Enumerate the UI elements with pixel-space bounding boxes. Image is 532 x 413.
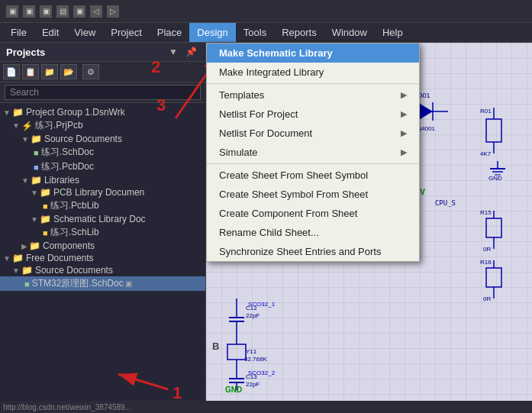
menu-help[interactable]: Help: [375, 23, 411, 42]
tree-stm32-doc[interactable]: ■ STM32原理图.SchDoc ▣: [0, 276, 205, 291]
sidebar-gear-btn[interactable]: ⚙: [82, 64, 99, 79]
menu-create-symbol-from-sheet[interactable]: Create Sheet Symbol From Sheet: [207, 185, 419, 204]
menu-make-sch-lib[interactable]: Make Schematic Library: [207, 44, 419, 63]
menu-window[interactable]: Window: [324, 23, 375, 42]
templates-label: Templates: [219, 89, 264, 101]
tree-free-source-docs[interactable]: ▼ 📁 Source Documents: [0, 264, 205, 276]
menu-design[interactable]: Design: [189, 23, 235, 42]
tree-sch-doc[interactable]: ■ 练习.SchDoc: [0, 145, 205, 160]
svg-marker-1: [418, 102, 433, 121]
folder-icon-2: 📁: [31, 134, 42, 144]
tb-icon-1[interactable]: ▣: [6, 5, 18, 18]
arrow-icon-9: ▼: [12, 266, 20, 275]
sidebar-folder-btn[interactable]: 📁: [41, 64, 58, 79]
sidebar-header-icons: ▼ 📌: [166, 46, 199, 58]
tree-source-docs[interactable]: ▼ 📁 Source Documents: [0, 133, 205, 145]
tree-components[interactable]: ▶ 📁 Components: [0, 240, 205, 252]
cpu-s-label: CPU_S: [435, 199, 456, 207]
menu-bar: File Edit View Project Place Design Tool…: [0, 23, 532, 43]
search-bar: [0, 82, 205, 103]
rename-child-label: Rename Child Sheet...: [219, 227, 319, 238]
folder-icon-4: 📁: [40, 187, 51, 198]
menu-place[interactable]: Place: [150, 23, 190, 42]
menu-reports[interactable]: Reports: [274, 23, 324, 42]
tree-project-group[interactable]: ▼ 📁 Project Group 1.DsnWrk: [0, 106, 205, 118]
gnd-symbol-1: GND: [486, 161, 509, 180]
menu-rename-child-sheet[interactable]: Rename Child Sheet...: [207, 223, 419, 242]
sidebar-open-btn[interactable]: 📂: [60, 64, 77, 79]
arrow-icon-7: ▶: [21, 242, 27, 250]
arrow-icon-6: ▼: [31, 215, 38, 224]
menu-project[interactable]: Project: [103, 23, 149, 42]
netlist-proj-label: Netlist For Project: [219, 108, 298, 120]
lib-icon-1: ■: [43, 202, 48, 211]
lib-icon-2: ■: [43, 228, 48, 237]
search-input[interactable]: [5, 85, 201, 100]
doc-indicator: ▣: [125, 279, 132, 288]
menu-create-sheet-from-symbol[interactable]: Create Sheet From Sheet Symbol: [207, 166, 419, 185]
menu-netlist-project[interactable]: Netlist For Project ▶: [207, 105, 419, 124]
folder-icon-7: 📁: [12, 253, 24, 263]
svg-text:0R: 0R: [483, 246, 491, 253]
tree-sch-lib[interactable]: ■ 练习.SchLib: [0, 225, 205, 240]
tb-icon-2[interactable]: ▣: [23, 5, 35, 18]
menu-netlist-document[interactable]: Netlist For Document ▶: [207, 124, 419, 143]
tb-icon-undo[interactable]: ◁: [90, 5, 102, 18]
menu-templates[interactable]: Templates ▶: [207, 86, 419, 105]
svg-rect-33: [227, 344, 246, 360]
folder-icon-5: 📁: [40, 214, 51, 224]
sidebar-new-btn[interactable]: 📄: [3, 64, 20, 79]
menu-file[interactable]: File: [3, 23, 34, 42]
tree-pcb-doc[interactable]: ■ 练习.PcbDoc: [0, 160, 205, 174]
menu-tools[interactable]: Tools: [236, 23, 274, 42]
svg-text:0R: 0R: [483, 295, 491, 302]
menu-sync-sheet[interactable]: Synchronize Sheet Entries and Ports: [207, 242, 419, 261]
tree-pcb-lib-folder[interactable]: ▼ 📁 PCB Library Documen: [0, 186, 205, 198]
sidebar-copy-btn[interactable]: 📋: [22, 64, 39, 79]
tb-icon-redo[interactable]: ▷: [107, 5, 119, 18]
tree-label-schlibfolder: Schematic Library Doc: [53, 214, 146, 224]
make-sch-lib-label: Make Schematic Library: [219, 47, 333, 59]
create-symbol-label: Create Sheet Symbol From Sheet: [219, 189, 368, 200]
sch-file-icon-1: ■: [34, 148, 39, 157]
menu-edit[interactable]: Edit: [34, 23, 66, 42]
menu-create-component[interactable]: Create Component From Sheet: [207, 204, 419, 223]
tree-label-schlib: 练习.SchLib: [50, 226, 99, 239]
tree-sch-lib-folder[interactable]: ▼ 📁 Schematic Library Doc: [0, 213, 205, 225]
sidebar-pin-icon[interactable]: 📌: [183, 46, 199, 58]
create-component-label: Create Component From Sheet: [219, 208, 357, 219]
folder-icon-1: 📁: [12, 107, 24, 118]
sidebar-dropdown-icon[interactable]: ▼: [166, 46, 180, 58]
sidebar: Projects ▼ 📌 📄 📋 📁 📂 ⚙ ▼ 📁 Project Group…: [0, 43, 206, 413]
svg-rect-16: [486, 218, 501, 237]
menu-simulate[interactable]: Simulate ▶: [207, 143, 419, 162]
simulate-arrow-icon: ▶: [401, 147, 407, 157]
tree-pcb-lib[interactable]: ■ 练习.PcbLib: [0, 198, 205, 213]
tree-label-freedocs: Free Documents: [26, 253, 94, 263]
folder-icon-8: 📁: [21, 265, 33, 276]
tree-free-docs[interactable]: ▼ 📁 Free Documents: [0, 252, 205, 264]
menu-view[interactable]: View: [66, 23, 103, 42]
tree-label-components: Components: [43, 240, 95, 251]
arrow-icon-4: ▼: [21, 176, 29, 185]
tree-label-group: Project Group 1.DsnWrk: [26, 107, 125, 118]
resistor-r16: R16 0R: [479, 257, 509, 302]
separator-1: [207, 83, 419, 84]
tree-label-stm32: STM32原理图.SchDoc: [32, 277, 124, 290]
tree-label-pcblibfolder: PCB Library Documen: [53, 187, 144, 198]
separator-2: [207, 163, 419, 164]
tb-icon-5[interactable]: ▣: [73, 5, 85, 18]
create-sheet-from-symbol-label: Create Sheet From Sheet Symbol: [219, 169, 368, 181]
menu-make-integrated-lib[interactable]: Make Integrated Library: [207, 63, 419, 82]
tree-prjpcb[interactable]: ▼ ⚡ 练习.PrjPcb: [0, 118, 205, 133]
tree-label-schdoc: 练习.SchDoc: [41, 146, 94, 159]
tree-label-libs: Libraries: [44, 175, 79, 186]
tb-icon-3[interactable]: ▣: [40, 5, 52, 18]
tree-libraries[interactable]: ▼ 📁 Libraries: [0, 174, 205, 186]
svg-rect-6: [486, 119, 501, 142]
tb-icon-4[interactable]: ▤: [56, 5, 69, 18]
title-bar-icons: ▣ ▣ ▣ ▤ ▣ ◁ ▷: [6, 5, 119, 18]
svg-text:R01: R01: [480, 108, 492, 115]
resistor-r01: R01 4K7: [479, 104, 509, 157]
project-tree: ▼ 📁 Project Group 1.DsnWrk ▼ ⚡ 练习.PrjPcb…: [0, 103, 205, 413]
